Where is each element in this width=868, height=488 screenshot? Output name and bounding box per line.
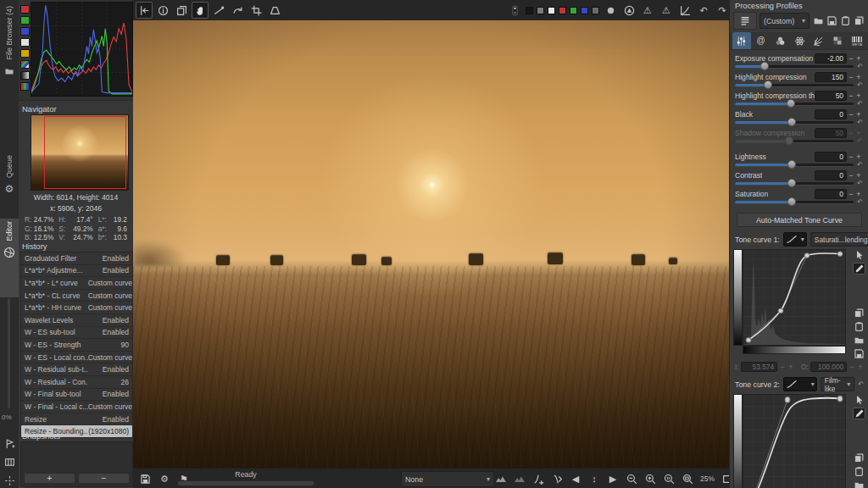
toggle-left-panel-icon[interactable] — [136, 2, 153, 19]
add-snapshot-button[interactable]: + — [24, 473, 75, 484]
slider-knob[interactable] — [787, 118, 796, 126]
duplicate-icon[interactable] — [173, 2, 190, 19]
reset-adjuster-icon[interactable]: ↶ — [857, 119, 863, 126]
black-slider[interactable]: Black 0−+ ↶ — [735, 109, 862, 127]
paste-curve-icon[interactable] — [853, 465, 865, 477]
lightness-slider[interactable]: Lightness 0−+ ↶ — [735, 152, 862, 169]
reset-curve-icon[interactable]: ↶ — [858, 381, 864, 388]
slider-knob[interactable] — [787, 197, 796, 206]
fill-profile-icon[interactable] — [733, 12, 757, 30]
shadow-clipping-icon[interactable]: ⚠ — [639, 2, 656, 19]
curve-graph[interactable] — [743, 249, 846, 346]
edit-point-icon[interactable] — [853, 394, 865, 406]
crop-icon[interactable] — [248, 2, 264, 19]
histogram-mode-button[interactable] — [20, 82, 30, 91]
red-channel-button[interactable] — [20, 5, 30, 14]
reset-adjuster-icon[interactable]: ↶ — [857, 162, 863, 169]
rotate-right-90-icon[interactable]: ↷ — [714, 2, 731, 19]
draw-curve-icon[interactable] — [853, 263, 865, 274]
monitor-profile-icon[interactable] — [492, 470, 509, 487]
tab-advanced[interactable] — [790, 32, 809, 49]
before-view-icon[interactable] — [530, 470, 547, 487]
focus-mask-icon[interactable] — [3, 474, 16, 487]
tone-curve-2-mode-dropdown[interactable]: Film-like ▾ — [821, 377, 854, 391]
output-plus-button[interactable]: + — [857, 363, 864, 370]
next-image-icon[interactable]: ▶ — [604, 470, 621, 487]
color-profile-dropdown[interactable]: None ▾ — [401, 471, 494, 487]
history-row[interactable]: L*a*b* - L* curveCustom curve — [21, 277, 132, 290]
input-minus-button[interactable]: − — [779, 363, 786, 370]
tab-editor[interactable]: Editor — [0, 219, 19, 297]
perspective-icon[interactable] — [266, 2, 283, 19]
history-row[interactable]: W - Residual - Con...26 — [21, 376, 132, 389]
blue-channel-button[interactable] — [20, 27, 30, 36]
save-curve-icon[interactable] — [853, 347, 865, 359]
picker-size-icon[interactable] — [506, 2, 523, 19]
swatch-green[interactable] — [570, 7, 577, 14]
history-row[interactable]: L*a*b* Adjustme...Enabled — [21, 265, 132, 278]
spot-wb-icon[interactable] — [602, 2, 619, 19]
history-row[interactable]: W - Residual sub-t...Enabled — [21, 363, 132, 376]
straighten-icon[interactable] — [210, 2, 227, 19]
tab-file-browser[interactable]: File Browser (4) — [0, 3, 19, 84]
zoom-100-icon[interactable] — [660, 470, 677, 487]
save-image-icon[interactable] — [136, 470, 153, 487]
soft-proof-icon[interactable] — [511, 470, 528, 487]
history-row[interactable]: ResizeEnabled — [21, 413, 132, 426]
swatch-blue[interactable] — [581, 7, 588, 14]
slider-knob[interactable] — [764, 80, 772, 89]
history-row[interactable]: W - ES - Local con...Custom curve — [21, 352, 132, 364]
tone-curve-1-type-dropdown[interactable]: ▾ — [783, 232, 807, 247]
zoom-fit-icon[interactable] — [679, 470, 696, 487]
info-icon[interactable] — [154, 2, 171, 19]
swatch-gray[interactable] — [537, 7, 544, 14]
rotate-left-90-icon[interactable]: ↶ — [695, 2, 712, 19]
swatch-black[interactable] — [526, 7, 533, 14]
tone-curve-2-editor[interactable] — [730, 394, 868, 488]
before-after-icon[interactable] — [3, 436, 16, 450]
history-row[interactable]: Graduated FilterEnabled — [21, 252, 132, 265]
history-row[interactable]: L*a*b* - CL curveCustom curve — [21, 290, 132, 302]
reset-adjuster-icon[interactable]: ↶ — [857, 199, 863, 206]
after-view-icon[interactable] — [548, 470, 565, 487]
paste-curve-icon[interactable] — [853, 320, 865, 332]
tab-metadata[interactable]: META — [848, 32, 866, 49]
tab-queue[interactable]: Queue ⚙ — [0, 152, 19, 219]
auto-matched-tone-curve-button[interactable]: Auto-Matched Tone Curve — [737, 213, 862, 227]
chromaticity-button[interactable] — [20, 49, 30, 58]
slider-knob[interactable] — [787, 160, 796, 169]
copy-profile-icon[interactable] — [853, 14, 865, 28]
swatch-red[interactable] — [559, 7, 566, 14]
raw-histogram-button[interactable] — [20, 60, 30, 69]
hand-icon[interactable] — [192, 2, 209, 19]
tab-raw[interactable] — [829, 32, 848, 49]
crop-region[interactable] — [44, 116, 126, 189]
copy-curve-icon[interactable] — [853, 452, 865, 463]
saturation-slider[interactable]: Saturation 0−+ ↶ — [735, 189, 862, 207]
curve-axes-icon[interactable] — [676, 2, 693, 19]
image-canvas[interactable] — [133, 20, 729, 468]
split-view-icon[interactable] — [3, 455, 16, 469]
slider-knob[interactable] — [787, 179, 796, 187]
slider-knob[interactable] — [760, 62, 769, 70]
reset-adjuster-icon[interactable]: ↶ — [857, 101, 863, 108]
highlight-compression-slider[interactable]: Highlight compression 150−+ ↶ — [735, 72, 862, 90]
history-row[interactable]: W - Final - Local c...Custom curve — [21, 401, 132, 413]
highlight-clipping-icon[interactable]: ⚠ — [658, 2, 675, 19]
tab-transform[interactable] — [810, 32, 828, 49]
sync-filebrowser-icon[interactable]: ↕ — [586, 470, 603, 487]
tone-curve-2-type-dropdown[interactable]: ▾ — [783, 377, 817, 391]
history-row[interactable]: W - ES - Strength90 — [21, 339, 132, 352]
curve-graph[interactable] — [743, 394, 846, 488]
bar-scale-button[interactable] — [20, 71, 30, 80]
load-profile-icon[interactable] — [812, 14, 825, 28]
auto-levels-icon[interactable] — [620, 2, 637, 19]
fine-rotation-icon[interactable] — [229, 2, 246, 19]
queue-image-icon[interactable]: ⚙ — [156, 470, 173, 487]
tab-detail[interactable]: @ — [752, 32, 771, 49]
swatch-white[interactable] — [548, 7, 555, 14]
green-channel-button[interactable] — [20, 16, 30, 25]
navigator-thumbnail[interactable] — [31, 114, 129, 191]
history-row[interactable]: W - Final sub-toolEnabled — [21, 389, 132, 402]
tone-curve-1-mode-dropdown[interactable]: Saturati...lending ▾ — [810, 232, 868, 247]
